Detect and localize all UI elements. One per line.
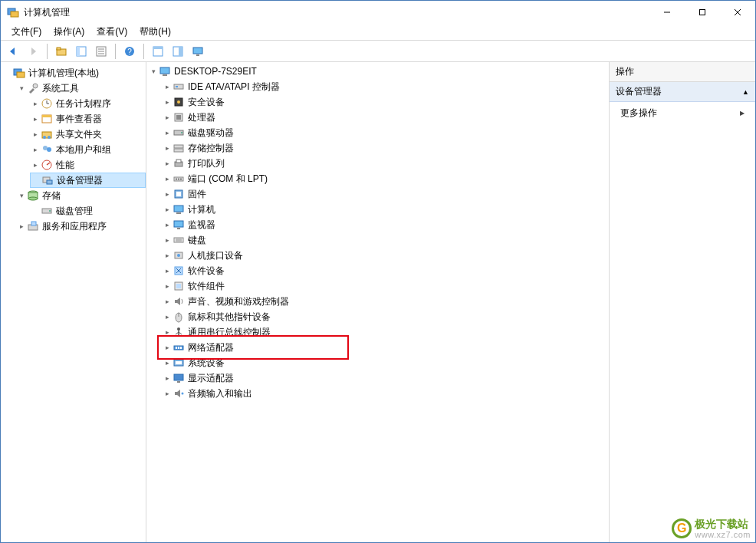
svg-rect-67 [176, 212, 181, 214]
device-item[interactable]: ▸网络适配器 [162, 340, 609, 355]
expand-icon[interactable]: ▸ [162, 373, 173, 383]
device-item[interactable]: ▸键盘 [162, 232, 609, 248]
monitor-button[interactable] [189, 43, 207, 60]
performance-node[interactable]: ▸性能 [30, 157, 146, 173]
expand-icon[interactable]: ▸ [162, 97, 173, 107]
local-users-node[interactable]: ▸本地用户和组 [30, 142, 146, 157]
expand-icon[interactable]: ▸ [162, 127, 173, 138]
actions-toggle-button[interactable] [169, 43, 187, 60]
svg-point-74 [177, 254, 180, 257]
expand-icon[interactable]: ▸ [162, 219, 173, 230]
device-item[interactable]: ▸通用串行总线控制器 [162, 324, 609, 340]
device-item-label: 网络适配器 [188, 341, 234, 354]
collapse-caret-icon: ▲ [742, 88, 749, 96]
device-item[interactable]: ▸处理器 [162, 110, 609, 125]
tree-root[interactable]: 计算机管理(本地) [2, 65, 146, 81]
maximize-button[interactable] [685, 1, 720, 24]
svg-rect-66 [174, 206, 183, 212]
expand-icon[interactable]: ▸ [162, 173, 173, 184]
device-item[interactable]: ▸计算机 [162, 202, 609, 217]
expand-icon[interactable]: ▸ [162, 311, 173, 322]
event-viewer-node[interactable]: ▸事件查看器 [30, 111, 146, 127]
expand-icon[interactable]: ▸ [16, 221, 27, 232]
device-item[interactable]: ▸IDE ATA/ATAPI 控制器 [162, 79, 609, 94]
device-manager-node[interactable]: 设备管理器 [30, 173, 146, 188]
device-item-label: 打印队列 [188, 157, 225, 170]
device-item[interactable]: ▸存储控制器 [162, 140, 609, 156]
device-item[interactable]: ▸软件组件 [162, 278, 609, 294]
audio-icon [173, 295, 185, 308]
storage-node[interactable]: ▾ 存储 [16, 188, 146, 203]
expand-icon[interactable]: ▸ [162, 388, 173, 399]
minimize-button[interactable] [649, 1, 685, 24]
device-item[interactable]: ▸软件设备 [162, 263, 609, 278]
menu-file[interactable]: 文件(F) [5, 24, 48, 40]
svg-line-36 [47, 163, 50, 165]
expand-icon[interactable]: ▸ [162, 112, 173, 123]
shared-folders-node[interactable]: ▸共享文件夹 [30, 127, 146, 142]
expand-icon[interactable]: ▸ [162, 281, 173, 291]
expand-icon[interactable]: ▸ [162, 327, 173, 337]
svg-point-34 [47, 147, 51, 152]
svg-rect-19 [179, 47, 182, 56]
help-button[interactable]: ? [120, 43, 139, 60]
expand-icon[interactable]: ▸ [162, 265, 173, 276]
back-button[interactable] [4, 43, 22, 60]
expand-icon[interactable]: ▸ [162, 81, 173, 92]
tree-toggle-button[interactable] [149, 43, 167, 60]
actions-header: 操作 [610, 62, 755, 82]
expand-icon[interactable]: ▸ [30, 144, 41, 155]
task-scheduler-node[interactable]: ▸任务计划程序 [30, 96, 146, 111]
system-tools-node[interactable]: ▾ 系统工具 [16, 81, 146, 96]
disk-mgmt-node[interactable]: 磁盘管理 [30, 203, 146, 219]
close-button[interactable] [720, 1, 755, 24]
expand-icon[interactable]: ▸ [162, 189, 173, 199]
collapse-icon[interactable]: ▾ [16, 83, 27, 94]
device-item[interactable]: ▸打印队列 [162, 156, 609, 171]
expand-icon[interactable]: ▸ [30, 160, 41, 170]
expand-icon[interactable]: ▸ [30, 98, 41, 109]
device-item[interactable]: ▸磁盘驱动器 [162, 125, 609, 140]
showhide-button[interactable] [72, 43, 90, 60]
expand-icon[interactable]: ▸ [162, 296, 173, 307]
device-item-label: 显示适配器 [188, 372, 234, 385]
menu-view[interactable]: 查看(V) [90, 24, 133, 40]
device-item-label: 人机接口设备 [188, 249, 243, 262]
device-item-label: 键盘 [188, 234, 206, 247]
expand-icon[interactable]: ▸ [162, 235, 173, 245]
up-button[interactable] [52, 43, 71, 60]
menu-action[interactable]: 操作(A) [48, 24, 90, 40]
device-item[interactable]: ▸音频输入和输出 [162, 386, 609, 401]
device-item[interactable]: ▸端口 (COM 和 LPT) [162, 171, 609, 186]
device-item[interactable]: ▸鼠标和其他指针设备 [162, 309, 609, 324]
svg-point-24 [33, 84, 38, 88]
device-item[interactable]: ▸声音、视频和游戏控制器 [162, 294, 609, 309]
forward-button[interactable] [24, 43, 42, 60]
device-root[interactable]: ▾ DESKTOP-7S29EIT [148, 64, 609, 79]
svg-rect-86 [178, 347, 179, 349]
device-item[interactable]: ▸显示适配器 [162, 370, 609, 386]
expand-icon[interactable]: ▸ [162, 204, 173, 215]
menu-help[interactable]: 帮助(H) [133, 24, 177, 40]
properties-button[interactable] [92, 43, 110, 60]
svg-rect-21 [196, 54, 199, 56]
expand-icon[interactable]: ▸ [30, 114, 41, 124]
actions-section[interactable]: 设备管理器 ▲ [610, 82, 755, 102]
expand-icon[interactable]: ▸ [162, 250, 173, 261]
collapse-icon[interactable]: ▾ [16, 190, 27, 201]
expand-icon[interactable]: ▸ [162, 342, 173, 353]
collapse-icon[interactable]: ▾ [148, 66, 159, 77]
device-item[interactable]: ▸系统设备 [162, 355, 609, 370]
device-item[interactable]: ▸安全设备 [162, 94, 609, 110]
device-item[interactable]: ▸监视器 [162, 217, 609, 232]
svg-rect-56 [174, 145, 183, 148]
expand-icon[interactable]: ▸ [30, 129, 41, 140]
expand-icon[interactable]: ▸ [162, 143, 173, 153]
services-apps-node[interactable]: ▸ 服务和应用程序 [16, 219, 146, 234]
expand-icon[interactable]: ▸ [162, 158, 173, 169]
storage-icon [173, 142, 185, 154]
expand-icon[interactable]: ▸ [162, 357, 173, 368]
device-item[interactable]: ▸人机接口设备 [162, 248, 609, 263]
more-actions-link[interactable]: 更多操作 ▶ [610, 102, 755, 124]
device-item[interactable]: ▸固件 [162, 186, 609, 202]
